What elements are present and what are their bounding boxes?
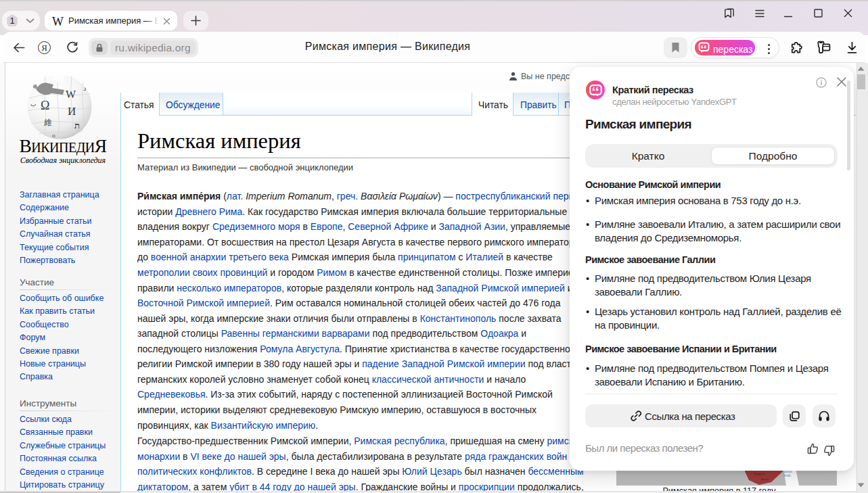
svg-text:И: И [68,105,76,118]
svg-text:Ω: Ω [41,99,49,112]
svg-text:Arab.: Arab. [783,473,792,477]
svg-text:Aegyptus: Aegyptus [754,472,765,475]
svg-text:維: 維 [44,118,52,127]
svg-text:Arabia: Arabia [761,477,769,481]
svg-text:ب: ب [30,101,36,108]
svg-text:د: د [83,85,86,92]
svg-text:ת: ת [74,120,80,131]
svg-text:W: W [66,89,76,100]
